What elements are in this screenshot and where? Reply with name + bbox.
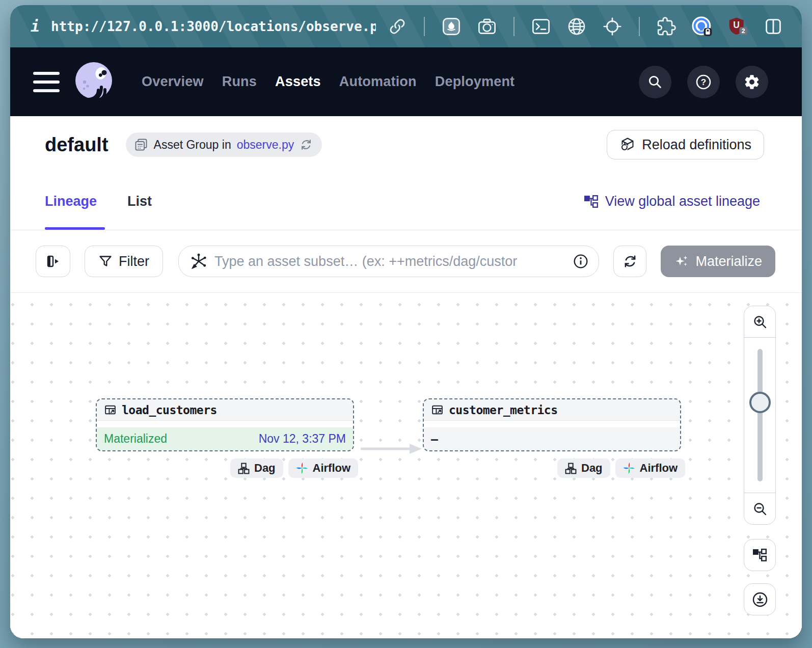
- page-header: default Asset Group in observe.py: [10, 116, 802, 173]
- reload-definitions-button[interactable]: Reload definitions: [607, 130, 764, 159]
- materialize-button[interactable]: Materialize: [661, 246, 775, 277]
- nav-item-runs[interactable]: Runs: [222, 74, 257, 90]
- nav-item-automation[interactable]: Automation: [339, 74, 417, 90]
- zoom-panel: [744, 306, 776, 525]
- asset-node-load-customers[interactable]: load_customers Materialized Nov 12, 3:37…: [96, 398, 354, 451]
- page-title: default: [45, 134, 109, 156]
- lineage-edge-arrow: [361, 443, 423, 455]
- tag-dag-label: Dag: [581, 462, 603, 475]
- gear-icon: [743, 73, 761, 91]
- download-image-button[interactable]: [744, 583, 776, 615]
- node-spacer: [424, 421, 680, 427]
- dag-icon: [238, 463, 250, 474]
- asset-subset-input[interactable]: [214, 254, 566, 269]
- globe-icon[interactable]: [562, 12, 591, 41]
- nav-item-overview[interactable]: Overview: [142, 74, 204, 90]
- search-icon: [646, 73, 664, 91]
- tag-airflow[interactable]: Airflow: [615, 458, 686, 478]
- nav-item-assets[interactable]: Assets: [275, 74, 321, 90]
- nav-item-deployment[interactable]: Deployment: [435, 74, 515, 90]
- airflow-logo-icon: [623, 462, 635, 474]
- view-global-lineage-link[interactable]: View global asset lineage: [584, 194, 760, 209]
- tabs-row: Lineage List View global asset lineage: [10, 173, 802, 230]
- browser-toolbar: i http://127.0.0.1:3000/locations/observ…: [10, 5, 802, 47]
- toolbar-divider: [639, 17, 640, 36]
- help-icon: ?: [694, 73, 713, 91]
- tag-dag[interactable]: Dag: [230, 458, 283, 478]
- reload-cube-icon: [619, 137, 636, 153]
- code-location-icon: [134, 138, 148, 152]
- extension-flower-icon[interactable]: [437, 12, 466, 41]
- fit-graph-button[interactable]: [744, 539, 776, 571]
- asset-tags-load-customers: Dag Airflow: [230, 458, 358, 478]
- filter-button[interactable]: Filter: [85, 246, 163, 277]
- puzzle-extensions-icon[interactable]: [652, 12, 681, 41]
- shield-blocker-icon[interactable]: U 2: [723, 12, 752, 41]
- terminal-icon[interactable]: [527, 12, 555, 41]
- active-tab-underline: [45, 227, 105, 230]
- page-info-icon[interactable]: i: [31, 17, 40, 35]
- asset-group-badge-text: Asset Group in: [154, 138, 231, 152]
- asset-node-header: customer_metrics: [424, 399, 680, 421]
- dagster-logo[interactable]: [73, 61, 116, 103]
- tag-airflow-label: Airflow: [640, 462, 678, 475]
- badge-refresh-icon[interactable]: [300, 138, 313, 151]
- zoom-slider-thumb[interactable]: [749, 392, 771, 413]
- svg-text:U: U: [733, 19, 740, 30]
- tag-dag[interactable]: Dag: [557, 458, 610, 478]
- lineage-graph-icon: [752, 548, 768, 563]
- download-icon: [751, 591, 769, 608]
- help-button[interactable]: ?: [687, 66, 720, 98]
- tag-airflow-label: Airflow: [313, 462, 351, 475]
- zoom-slider[interactable]: [744, 338, 775, 493]
- lineage-toolbar: Filter: [10, 230, 802, 293]
- split-view-icon[interactable]: [759, 12, 788, 41]
- asset-table-icon: [104, 403, 117, 416]
- copy-link-icon[interactable]: [383, 12, 412, 41]
- target-crosshair-icon[interactable]: [598, 12, 627, 41]
- settings-button[interactable]: [736, 66, 768, 98]
- password-manager-icon[interactable]: [688, 12, 716, 41]
- materialize-label: Materialize: [695, 254, 762, 269]
- zoom-in-icon: [752, 314, 768, 330]
- reload-definitions-label: Reload definitions: [642, 137, 751, 153]
- zoom-out-button[interactable]: [744, 493, 775, 524]
- sparkles-icon: [674, 254, 689, 269]
- info-icon[interactable]: [573, 254, 588, 269]
- tab-lineage[interactable]: Lineage: [45, 194, 97, 209]
- page-content: default Asset Group in observe.py: [10, 116, 802, 638]
- asset-group-badge: Asset Group in observe.py: [126, 132, 322, 157]
- materialization-timestamp: Nov 12, 3:37 PM: [259, 432, 346, 446]
- nav-actions: ?: [639, 66, 768, 98]
- dag-icon: [565, 463, 577, 474]
- zoom-slider-track[interactable]: [757, 349, 763, 481]
- search-button[interactable]: [639, 66, 671, 98]
- address-bar[interactable]: http://127.0.0.1:3000/locations/observe.…: [51, 19, 376, 34]
- lineage-canvas[interactable]: load_customers Materialized Nov 12, 3:37…: [10, 293, 802, 638]
- app-navbar: Overview Runs Assets Automation Deployme…: [10, 47, 802, 116]
- zoom-in-button[interactable]: [744, 306, 775, 338]
- asset-status-row: Materialized Nov 12, 3:37 PM: [97, 427, 353, 450]
- asset-table-icon: [431, 403, 444, 416]
- code-location-link[interactable]: observe.py: [237, 138, 294, 152]
- svg-text:2: 2: [742, 27, 745, 34]
- node-spacer: [97, 421, 353, 427]
- view-global-lineage-label: View global asset lineage: [605, 194, 760, 209]
- zoom-out-icon: [752, 501, 768, 517]
- refresh-graph-button[interactable]: [613, 246, 646, 277]
- asset-node-customer-metrics[interactable]: customer_metrics –: [423, 398, 681, 451]
- tag-dag-label: Dag: [254, 462, 276, 475]
- asset-name: customer_metrics: [449, 403, 558, 417]
- browser-window: i http://127.0.0.1:3000/locations/observ…: [10, 5, 802, 638]
- asset-name: load_customers: [122, 403, 217, 417]
- menu-hamburger-icon[interactable]: [33, 72, 60, 92]
- op-selector-icon: [190, 253, 207, 270]
- tab-list[interactable]: List: [127, 194, 152, 209]
- filter-funnel-icon: [98, 254, 113, 268]
- open-side-panel-button[interactable]: [36, 246, 70, 277]
- asset-status-row: –: [424, 427, 680, 450]
- tag-airflow[interactable]: Airflow: [288, 458, 359, 478]
- materialized-status: Materialized: [104, 432, 167, 446]
- never-materialized-dash: –: [431, 433, 438, 446]
- screenshot-camera-icon[interactable]: [473, 12, 501, 41]
